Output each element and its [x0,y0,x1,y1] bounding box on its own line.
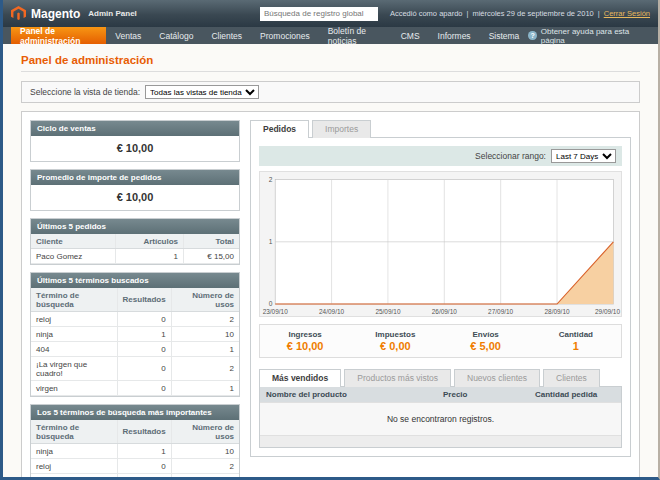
sales-widget-value: € 10,00 [31,136,239,161]
cell: ¡La virgen que cuadro! [31,357,117,381]
cell: 10 [171,327,239,342]
tab-m-s-vendidos[interactable]: Más vendidos [259,369,341,387]
bestsellers-table: Nombre del productoPrecioCantidad pedida… [259,386,622,448]
nav-item-cat-logo[interactable]: Catálogo [150,27,202,44]
cell: reloj [31,459,117,474]
store-view-bar: Seleccione la vista de tienda: Todas las… [21,81,640,103]
cell: 2 [171,312,239,327]
summary-cantidad: Cantidad1 [531,330,621,352]
tab-nuevos-clientes[interactable]: Nuevos clientes [454,369,540,387]
svg-text:25/09/10: 25/09/10 [375,308,400,315]
bottom-report-tabs: Más vendidosProductos más vistosNuevos c… [259,369,622,387]
last-search-term-row[interactable]: ninja110 [31,327,239,342]
dashboard-container: Ciclo de ventas € 10,00 Promedio de impo… [21,111,640,480]
summary-value: € 0,00 [350,340,440,352]
last-order-row[interactable]: Paco Gomez1€ 15,00 [31,249,239,264]
column-header: Término de búsqueda [31,288,117,312]
page-title: Panel de administración [21,54,640,66]
summary-impuestos: Impuestos€ 0,00 [350,330,440,352]
cell: € 15,00 [184,249,239,264]
column-header: Artículos [116,234,184,249]
top-search-term-row[interactable]: ¡La virgen que cuadro!02 [31,474,239,480]
nav-item-clientes[interactable]: Clientes [202,27,251,44]
bestsellers-footer [260,435,621,447]
summary-envíos: Envíos€ 5,00 [441,330,531,352]
orders-chart: 01223/09/1024/09/1025/09/1026/09/1027/09… [259,171,622,317]
header-meta: Accedió como apardo | miércoles 29 de se… [390,9,650,18]
range-select[interactable]: Last 7 Days [551,149,616,163]
dashboard-main-panel: PedidosImportes Seleccionar rango: Last … [250,120,631,480]
title-divider [21,71,640,72]
help-icon: ? [528,31,536,40]
column-header: Término de búsqueda [31,420,117,444]
last-search-term-table: Término de búsquedaResultadosNúmero de u… [31,288,239,396]
global-search-input[interactable] [260,7,378,21]
svg-text:0: 0 [269,300,273,307]
last-orders-title: Últimos 5 pedidos [31,219,239,234]
avg-order-widget: Promedio de importe de pedidos € 10,00 [30,169,240,211]
summary-label: Impuestos [350,330,440,339]
last-search-term-row[interactable]: reloj02 [31,312,239,327]
avg-order-widget-value: € 10,00 [31,185,239,210]
totals-summary: Ingresos€ 10,00Impuestos€ 0,00Envíos€ 5,… [259,324,622,358]
logo-title: Magento [31,7,80,21]
cell: 0 [117,342,171,357]
cell: Paco Gomez [31,249,116,264]
cell: ¡La virgen que cuadro! [31,474,117,480]
help-link[interactable]: ? Obtener ayuda para esta página [528,27,658,44]
svg-text:24/09/10: 24/09/10 [319,308,344,315]
cell: 0 [117,381,171,396]
orders-amounts-tabs: PedidosImportes [250,120,631,138]
bestsellers-column-header: Nombre del producto [260,387,437,402]
last-search-terms-title: Últimos 5 términos buscados [31,273,239,288]
summary-value: 1 [531,340,621,352]
current-date: miércoles 29 de septiembre de 2010 [472,9,593,18]
tab-clientes[interactable]: Clientes [543,369,600,387]
top-search-term-row[interactable]: ninja110 [31,444,239,459]
tab-pedidos[interactable]: Pedidos [250,120,309,138]
cell: 10 [171,444,239,459]
summary-label: Cantidad [531,330,621,339]
svg-text:1: 1 [269,238,273,245]
nav-item-informes[interactable]: Informes [429,27,480,44]
svg-text:27/09/10: 27/09/10 [488,308,513,315]
last-search-term-row[interactable]: virgen01 [31,381,239,396]
summary-value: € 5,00 [441,340,531,352]
summary-value: € 10,00 [260,340,350,352]
summary-label: Ingresos [260,330,350,339]
tab-importes[interactable]: Importes [312,120,371,138]
cell: virgen [31,381,117,396]
cell: 2 [171,474,239,480]
last-search-term-row[interactable]: ¡La virgen que cuadro!02 [31,357,239,381]
nav-item-cms[interactable]: CMS [392,27,429,44]
last-search-terms-widget: Últimos 5 términos buscados Término de b… [30,272,240,397]
svg-text:26/09/10: 26/09/10 [432,308,457,315]
column-header: Resultados [117,420,171,444]
summary-label: Envíos [441,330,531,339]
separator: | [466,9,468,18]
nav-item-bolet-n-de-noticias[interactable]: Boletín de noticias [319,27,392,44]
last-search-term-row[interactable]: 40401 [31,342,239,357]
last-order-table: ClienteArtículosTotalPaco Gomez1€ 15,00 [31,234,239,264]
svg-text:28/09/10: 28/09/10 [544,308,569,315]
nav-item-panel-de-administraci-n[interactable]: Panel de administración [11,27,106,44]
logout-link[interactable]: Cerrar Sesión [604,9,650,18]
magento-logo: Magento Admin Panel [11,6,137,21]
nav-item-promociones[interactable]: Promociones [251,27,319,44]
store-view-select[interactable]: Todas las vistas de tienda [145,85,259,99]
tab-productos-m-s-vistos[interactable]: Productos más vistos [344,369,451,387]
orders-line-chart: 01223/09/1024/09/1025/09/1026/09/1027/09… [260,172,621,316]
top-search-term-row[interactable]: reloj02 [31,459,239,474]
bestsellers-column-header: Cantidad pedida [529,387,621,402]
sales-widget: Ciclo de ventas € 10,00 [30,120,240,162]
range-label: Seleccionar rango: [475,151,546,161]
store-view-label: Seleccione la vista de tienda: [30,87,140,97]
nav-item-ventas[interactable]: Ventas [106,27,150,44]
admin-header: Magento Admin Panel Accedió como apardo … [3,0,658,27]
cell: ninja [31,327,117,342]
top-search-terms-title: Los 5 términos de búsqueda más important… [31,405,239,420]
cell: 1 [117,327,171,342]
svg-text:29/09/10: 29/09/10 [595,308,620,315]
nav-item-sistema[interactable]: Sistema [480,27,529,44]
cell: 1 [171,342,239,357]
